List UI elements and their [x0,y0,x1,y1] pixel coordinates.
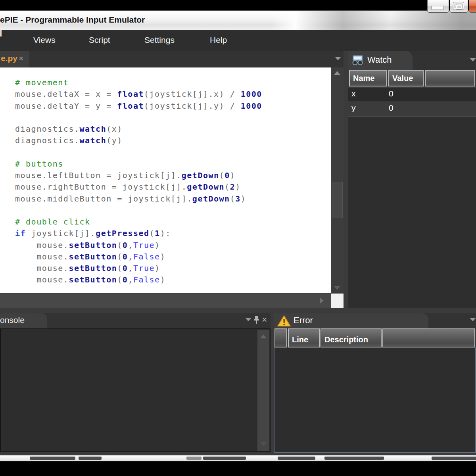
frame-reflection [278,457,315,460]
menu-settings[interactable]: Settings [144,35,175,45]
scroll-down-icon[interactable] [260,442,267,446]
maximize-button[interactable] [450,0,468,13]
menu-item-clipped[interactable] [0,30,2,36]
window-title: ePIE - Programmable Input Emulator [0,15,145,25]
tab-close-icon[interactable]: × [19,54,23,63]
code-line: if joystick[j].getPressed(1): [15,228,262,239]
watch-icon [352,55,364,65]
frame-reflection [186,457,202,460]
watch-name: x [351,89,356,98]
code-line: mouse.setButton(0,False) [15,274,262,286]
watch-value: 0 [389,103,393,113]
frame-reflection [30,457,75,460]
error-tab[interactable]: Error [274,313,428,328]
freepie-window: ePIE - Programmable Input Emulator Views… [0,0,476,476]
frame-reflection [432,457,476,460]
console-panel-header: onsole [0,313,271,328]
menu-bar: Views Script Settings Help [0,30,476,51]
error-panel-title: Error [294,315,313,326]
console-output[interactable] [0,328,271,452]
console-close-icon[interactable]: × [262,315,267,324]
console-tab[interactable]: onsole [0,313,47,328]
code-area: # movementmouse.deltaX = x = float(joyst… [15,77,262,286]
code-line: mouse.setButton(0,True) [15,240,262,251]
error-column-marker[interactable] [274,328,287,347]
editor-tab-strip: e.py × [0,51,344,67]
menu-help[interactable]: Help [210,35,227,45]
error-column-line[interactable]: Line [288,328,320,347]
frame-top [0,0,476,10]
scroll-right-icon[interactable] [320,298,324,304]
error-column-filler [382,328,475,347]
watch-value: 0 [389,89,393,98]
console-vertical-scrollbar[interactable] [257,330,269,451]
code-line [15,205,262,216]
error-panel-header: Error [274,313,476,328]
watch-name: y [351,103,356,113]
watch-row-x[interactable]: x 0 [348,88,476,102]
scroll-down-icon[interactable] [334,286,340,290]
editor-vscroll-thumb[interactable] [332,182,343,218]
code-line: diagnostics.watch(x) [15,123,262,135]
code-line: mouse.leftButton = joystick[j].getDown(0… [15,170,262,181]
code-line [15,112,262,123]
code-line: # double click [15,216,262,228]
watch-options-chevron-icon[interactable] [470,58,476,61]
error-options-chevron-icon[interactable] [470,318,476,321]
editor-tab-label: e.py [1,54,17,63]
code-line: mouse.setButton(0,True) [15,263,262,274]
console-panel-title: onsole [0,315,25,325]
code-line: mouse.deltaY = y = float(joystick[j].y) … [15,100,262,112]
editor-vertical-scrollbar[interactable] [331,67,344,294]
menu-views[interactable]: Views [33,35,56,45]
frame-reflection [324,457,384,460]
watch-panel-body [348,117,476,308]
error-column-description[interactable]: Description [321,328,382,347]
warning-triangle-icon [277,315,291,327]
titlebar[interactable]: ePIE - Programmable Input Emulator [0,10,476,30]
code-line: mouse.middleButton = joystick[j].getDown… [15,193,262,205]
code-line [15,147,262,158]
pin-icon[interactable] [253,315,260,324]
code-line: mouse.rightButton = joystick[j].getDown(… [15,181,262,193]
code-editor[interactable]: # movementmouse.deltaX = x = float(joyst… [0,67,331,293]
frame-reflection [203,457,246,460]
watch-row-y[interactable]: y 0 [348,102,476,117]
console-options-chevron-icon[interactable] [245,318,251,321]
tab-list-chevron-icon[interactable] [335,57,341,60]
scrollbar-corner [331,294,344,308]
scroll-up-icon[interactable] [260,334,267,338]
restore-icon [453,2,464,10]
watch-column-name[interactable]: Name [349,70,387,86]
menu-script[interactable]: Script [89,35,110,45]
window-bottom-frame [0,455,476,461]
watch-column-filler [425,70,475,86]
code-line: mouse.deltaX = x = float(joystick[j].x) … [15,88,262,100]
code-line: mouse.setButton(0,False) [15,251,262,263]
watch-column-value[interactable]: Value [388,70,424,86]
minimize-icon [431,6,444,10]
scroll-up-icon[interactable] [334,71,340,75]
watch-tab[interactable]: Watch [348,51,413,70]
frame-bottom [0,461,476,476]
error-list[interactable] [274,347,476,453]
code-line: diagnostics.watch(y) [15,135,262,146]
code-line: # movement [15,77,262,88]
minimize-button[interactable] [427,0,449,13]
editor-tab-active[interactable]: e.py × [0,51,29,67]
watch-panel-title: Watch [367,55,392,65]
close-button[interactable] [469,0,476,13]
frame-reflection [79,457,102,460]
watch-panel-header: Watch [348,51,476,70]
editor-horizontal-scrollbar[interactable] [0,294,331,308]
code-line: # buttons [15,158,262,170]
